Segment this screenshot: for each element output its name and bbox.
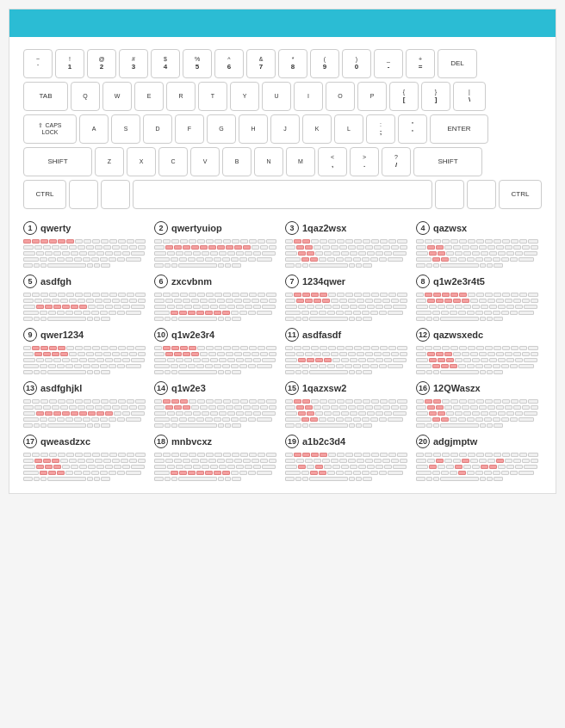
mini-key [202,465,209,469]
mini-key [40,423,47,428]
mini-key [397,399,407,404]
mini-key [285,317,295,321]
mini-key [362,311,369,315]
pattern-number: 18 [154,435,168,448]
mini-key [154,263,164,268]
mini-key [52,459,59,463]
mini-key [302,317,308,321]
pattern-label: 2 qwertyuiop [154,221,280,235]
mini-key [260,405,268,410]
mini-key [416,352,426,356]
mini-key [319,257,326,262]
mini-key [319,311,326,315]
mini-key [400,352,407,356]
mini-key [518,471,534,475]
pattern-text: qazwsx [433,223,467,233]
mini-key [57,311,65,315]
mini-key [154,423,164,428]
mini-key [40,364,47,368]
mini-key [358,251,366,256]
mini-key [23,263,33,268]
mini-key [467,417,475,422]
mini-key [480,317,486,321]
mini-key [253,358,261,362]
mini-key [174,459,182,463]
mini-key [178,317,217,321]
mini-key [251,352,259,356]
mini-key [234,245,242,250]
mini-key [193,465,201,469]
mini-key [496,245,504,250]
mini-key [40,477,47,481]
mini-key [171,311,178,315]
mini-key [353,364,361,368]
mini-key [225,423,231,428]
mini-key [165,352,173,356]
mini-key [441,364,449,368]
mini-key [349,423,355,428]
mini-key [522,352,530,356]
pattern-label: 13 asdfghjkl [23,381,149,395]
mini-key [315,358,323,362]
mini-key [47,370,86,374]
mini-key [253,411,261,416]
mini-key [363,263,372,268]
mini-key [84,453,91,457]
mini-key [184,251,192,256]
mini-key [305,459,313,463]
mini-key [167,305,175,309]
mini-key [214,311,221,315]
mini-key [309,317,348,321]
mini-key [487,405,495,410]
mini-key [96,251,104,256]
mini-key [34,245,42,250]
mini-key [91,257,99,262]
pattern-number: 19 [285,435,299,448]
mini-key [506,411,514,416]
mini-key [262,411,276,416]
mini-key [95,245,102,250]
mini-key [285,477,295,481]
mini-key [442,239,450,244]
mini-key [441,417,449,422]
mini-key [53,251,61,256]
mini-key [83,417,90,422]
key-2: @2 [87,49,116,78]
mini-key [188,417,196,422]
mini-key [397,293,407,297]
mini-key [285,453,293,457]
mini-key [382,352,390,356]
mini-key [197,399,205,404]
mini-key [432,471,440,475]
mini-key [442,346,450,350]
mini-key [487,245,495,250]
mini-key [429,411,437,416]
mini-key [69,405,77,410]
mini-key [498,411,506,416]
mini-key [285,293,293,297]
mini-key [315,411,323,416]
mini-key [208,299,216,303]
mini-key [249,399,257,404]
mini-key [83,364,90,368]
mini-key [34,299,42,303]
mini-key [302,453,310,457]
mini-key [184,305,192,309]
mini-key [154,453,162,457]
mini-key [357,299,364,303]
mini-key [363,293,370,297]
mini-key [350,251,357,256]
mini-key [86,352,94,356]
mini-key [45,305,53,309]
mini-key [122,411,130,416]
mini-key [23,239,31,244]
mini-key [515,465,523,469]
mini-key [524,411,537,416]
mini-key [232,477,241,481]
mini-key [531,405,538,410]
mini-key [327,257,335,262]
mini-key [210,411,218,416]
mini-key [314,405,321,410]
mini-key [479,352,487,356]
mini-key [322,245,330,250]
